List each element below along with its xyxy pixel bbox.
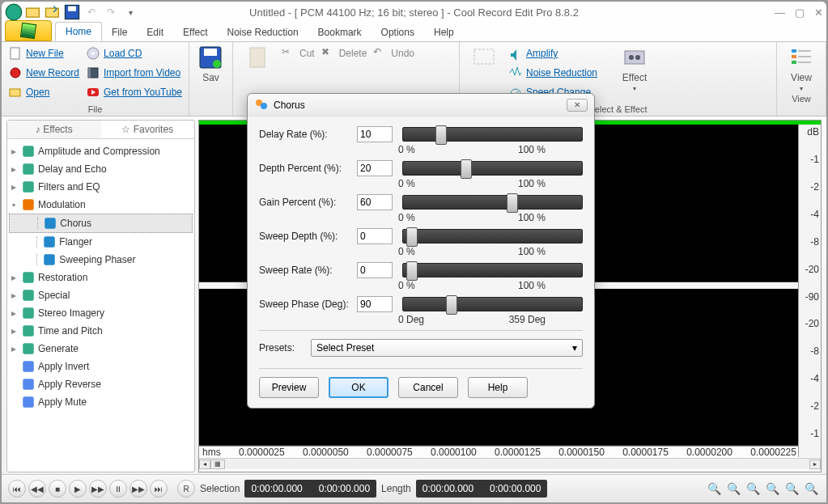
qat-save-icon[interactable] — [63, 3, 81, 21]
open-button[interactable]: Open — [8, 83, 79, 101]
noise-reduction-button[interactable]: Noise Reduction — [508, 64, 597, 82]
zoom-out-button[interactable]: 🔍 — [724, 480, 742, 498]
save-button[interactable]: Sav — [196, 44, 226, 83]
qat-redo-icon[interactable]: ↷ — [102, 3, 120, 21]
tree-item-filters-and-eq[interactable]: ▸Filters and EQ — [9, 178, 193, 196]
qat-open2-icon[interactable] — [44, 3, 62, 21]
dialog-close-button[interactable]: ✕ — [567, 99, 588, 112]
tab-file[interactable]: File — [102, 23, 137, 41]
cancel-button[interactable]: Cancel — [398, 377, 458, 398]
param-slider[interactable] — [402, 297, 583, 311]
scroll-knob[interactable]: ▦ — [210, 460, 225, 469]
ok-button[interactable]: OK — [329, 377, 389, 398]
tree-item-modulation[interactable]: ▪Modulation — [9, 196, 193, 214]
app-menu-button[interactable] — [5, 20, 52, 41]
tree-expander-icon[interactable]: ▸ — [9, 290, 19, 301]
tab-bookmark[interactable]: Bookmark — [308, 23, 372, 41]
param-slider[interactable] — [402, 229, 583, 244]
view-button[interactable]: View▾ — [783, 44, 819, 92]
preset-select[interactable]: Select Preset▾ — [311, 339, 583, 357]
param-input[interactable] — [357, 296, 393, 312]
slider-thumb[interactable] — [507, 193, 518, 213]
play-loop-button[interactable]: ▶▶ — [89, 480, 107, 498]
tree-expander-icon[interactable]: ▸ — [9, 325, 19, 337]
tree-item-delay-and-echo[interactable]: ▸Delay and Echo — [9, 160, 193, 178]
tree-item-apply-reverse[interactable]: Apply Reverse — [9, 375, 193, 393]
close-button[interactable]: ✕ — [814, 6, 823, 19]
maximize-button[interactable]: ▢ — [795, 6, 805, 19]
slider-thumb[interactable] — [406, 227, 418, 247]
delete-button[interactable]: ✖Delete — [321, 44, 367, 62]
zoom-in-button[interactable]: 🔍 — [705, 480, 723, 498]
amplify-button[interactable]: Amplify — [508, 44, 597, 62]
tree-item-stereo-imagery[interactable]: ▸Stereo Imagery — [9, 304, 193, 322]
tab-effect[interactable]: Effect — [173, 23, 217, 41]
tree-item-generate[interactable]: ▸Generate — [9, 340, 193, 358]
get-youtube-button[interactable]: Get from YouTube — [86, 83, 182, 101]
param-input[interactable] — [357, 160, 393, 176]
tree-item-flanger[interactable]: Flanger — [9, 233, 193, 251]
preview-button[interactable]: Preview — [259, 377, 319, 398]
undo-button[interactable]: ↶Undo — [373, 44, 414, 62]
slider-thumb[interactable] — [461, 159, 472, 179]
qat-undo-icon[interactable]: ↶ — [83, 3, 100, 21]
pause-button[interactable]: ⏸ — [109, 480, 127, 498]
scroll-left-button[interactable]: ◂ — [199, 460, 210, 469]
minimize-button[interactable]: — — [775, 6, 785, 19]
slider-thumb[interactable] — [435, 125, 447, 145]
rewind-button[interactable]: ◀◀ — [28, 480, 46, 498]
new-file-button[interactable]: New File — [8, 44, 79, 62]
sidebar-tab-effects[interactable]: ♪ Effects — [7, 121, 101, 138]
scroll-right-button[interactable]: ▸ — [809, 460, 821, 469]
zoom-sel-button[interactable]: 🔍 — [744, 480, 762, 498]
tree-expander-icon[interactable]: ▸ — [9, 181, 19, 193]
tree-expander-icon[interactable]: ▸ — [9, 343, 19, 354]
tab-edit[interactable]: Edit — [137, 23, 173, 41]
tree-expander-icon[interactable]: ▸ — [9, 307, 19, 319]
param-slider[interactable] — [402, 263, 583, 277]
param-input[interactable] — [357, 194, 393, 210]
tree-item-amplitude-and-compression[interactable]: ▸Amplitude and Compression — [9, 142, 193, 160]
tree-item-time-and-pitch[interactable]: ▸Time and Pitch — [9, 322, 193, 340]
new-record-button[interactable]: New Record — [8, 64, 79, 82]
tree-expander-icon[interactable]: ▸ — [9, 272, 19, 283]
zoom-v-in-button[interactable]: 🔍 — [783, 480, 800, 498]
param-input[interactable] — [357, 228, 393, 244]
stop-button[interactable]: ■ — [49, 480, 66, 498]
qat-dropdown-icon[interactable]: ▾ — [121, 3, 139, 21]
effect-button[interactable]: Effect▾ — [617, 44, 652, 103]
tab-home[interactable]: Home — [55, 22, 102, 41]
zoom-v-out-button[interactable]: 🔍 — [802, 480, 820, 498]
param-input[interactable] — [357, 262, 393, 278]
param-slider[interactable] — [402, 195, 583, 210]
tab-options[interactable]: Options — [372, 23, 424, 41]
tree-item-apply-mute[interactable]: Apply Mute — [9, 393, 193, 411]
tree-item-special[interactable]: ▸Special — [9, 286, 193, 304]
goto-start-button[interactable]: ⏮ — [8, 480, 26, 498]
zoom-all-button[interactable]: 🔍 — [763, 480, 781, 498]
load-cd-button[interactable]: Load CD — [86, 44, 182, 62]
tree-expander-icon[interactable]: ▸ — [9, 146, 19, 157]
import-video-button[interactable]: Import from Video — [86, 64, 182, 82]
param-slider[interactable] — [402, 127, 583, 142]
cut-button[interactable]: ✂Cut — [282, 44, 315, 62]
help-button[interactable]: Help — [468, 377, 528, 398]
tab-noise-reduction[interactable]: Noise Reduction — [218, 23, 308, 41]
goto-end-button[interactable]: ⏭ — [150, 480, 168, 498]
tree-expander-icon[interactable]: ▸ — [9, 163, 19, 175]
qat-open-icon[interactable] — [24, 3, 42, 21]
slider-thumb[interactable] — [406, 261, 418, 281]
tab-help[interactable]: Help — [424, 23, 464, 41]
slider-thumb[interactable] — [446, 295, 457, 315]
param-input[interactable] — [357, 126, 393, 142]
play-button[interactable]: ▶ — [69, 480, 87, 498]
tree-item-apply-invert[interactable]: Apply Invert — [9, 358, 193, 375]
tree-item-restoration[interactable]: ▸Restoration — [9, 269, 193, 286]
tree-item-sweeping-phaser[interactable]: Sweeping Phaser — [9, 251, 193, 269]
tree-item-chorus[interactable]: Chorus — [9, 214, 193, 233]
record-button[interactable]: R — [177, 480, 195, 498]
tree-expander-icon[interactable]: ▪ — [9, 199, 19, 210]
effects-tree[interactable]: ▸Amplitude and Compression▸Delay and Ech… — [7, 139, 194, 472]
fast-forward-button[interactable]: ▶▶ — [130, 480, 147, 498]
sidebar-tab-favorites[interactable]: ☆ Favorites — [101, 121, 195, 138]
